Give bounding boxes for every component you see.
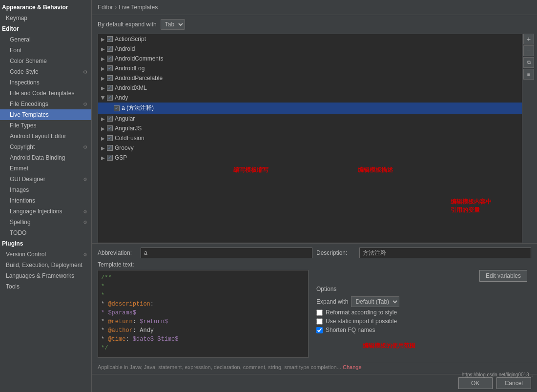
- add-template-button[interactable]: +: [523, 34, 534, 44]
- arrow-icon: ▶: [101, 155, 105, 161]
- group-android[interactable]: ▶ Android: [98, 44, 522, 54]
- reformat-checkbox[interactable]: [316, 309, 323, 316]
- sidebar-item-language-injections[interactable]: Language Injections ⚙: [0, 206, 91, 217]
- group-label-androidcomments: AndroidComments: [115, 55, 163, 62]
- group-androidlog[interactable]: ▶ AndroidLog: [98, 63, 522, 73]
- checkbox-andy[interactable]: [107, 95, 113, 101]
- sidebar-item-color-scheme[interactable]: Color Scheme: [0, 56, 91, 66]
- sidebar-item-copyright[interactable]: Copyright ⚙: [0, 142, 91, 152]
- settings-icon5: ⚙: [83, 209, 87, 214]
- group-coldfusion[interactable]: ▶ ColdFusion: [98, 133, 522, 143]
- arrow-icon: ▶: [101, 85, 105, 91]
- sidebar-item-intentions[interactable]: Intentions: [0, 195, 91, 206]
- sidebar-item-appearance[interactable]: Appearance & Behavior: [0, 2, 91, 13]
- group-label-androidparcelable: AndroidParcelable: [115, 75, 163, 82]
- expand-select[interactable]: Tab: [161, 19, 185, 30]
- settings-icon: ⚙: [83, 69, 87, 75]
- checkbox-androidxml[interactable]: [107, 85, 113, 91]
- template-text-row: /** * * * @description: * $params$ * @re…: [98, 270, 531, 358]
- topbar: By default expand with Tab: [92, 15, 537, 34]
- sidebar-item-android-data-binding[interactable]: Android Data Binding: [0, 152, 91, 163]
- content-inner: Editor › Live Templates By default expan…: [92, 0, 537, 374]
- checkbox-androidcomments[interactable]: [107, 56, 113, 62]
- sidebar-item-file-templates[interactable]: File and Code Templates: [0, 88, 91, 99]
- templates-list[interactable]: ▶ ActionScript ▶ Android ▶: [98, 34, 522, 243]
- cancel-button[interactable]: Cancel: [496, 377, 531, 389]
- sidebar-item-build[interactable]: Build, Execution, Deployment: [0, 260, 91, 270]
- sidebar-item-emmet[interactable]: Emmet: [0, 163, 91, 174]
- ok-button[interactable]: OK: [458, 377, 493, 389]
- checkbox-angular[interactable]: [107, 116, 113, 122]
- move-template-button[interactable]: ≡: [523, 69, 534, 80]
- expand-with-select[interactable]: Default (Tab): [351, 296, 399, 307]
- sidebar-item-spelling[interactable]: Spelling ⚙: [0, 217, 91, 227]
- applicable-text: Applicable in Java; Java: statement, exp…: [98, 364, 341, 370]
- checkbox-actionscript[interactable]: [107, 36, 113, 42]
- sidebar-item-plugins[interactable]: Plugins: [0, 238, 91, 249]
- arrow-icon: ▶: [101, 145, 105, 151]
- sidebar-item-gui-designer[interactable]: GUI Designer ⚙: [0, 174, 91, 185]
- sidebar-item-android-layout[interactable]: Android Layout Editor: [0, 131, 91, 142]
- sidebar-item-editor[interactable]: Editor: [0, 23, 91, 34]
- abbreviation-input[interactable]: [141, 248, 312, 258]
- description-input[interactable]: [359, 248, 531, 258]
- shorten-fq-checkbox[interactable]: [316, 327, 323, 333]
- static-import-check-row[interactable]: Use static import if possible: [316, 318, 527, 325]
- copy-template-button[interactable]: ⧉: [523, 57, 534, 68]
- group-andy[interactable]: ▶ Andy: [98, 93, 522, 103]
- edit-variables-button[interactable]: Edit variables: [479, 270, 527, 282]
- sidebar-item-images[interactable]: Images: [0, 185, 91, 195]
- group-gsp[interactable]: ▶ GSP: [98, 153, 522, 163]
- arrow-icon: ▶: [101, 56, 105, 62]
- breadcrumb-parent: Editor: [98, 4, 113, 11]
- group-label-android: Android: [115, 45, 135, 52]
- template-code: /** * * * @description: * $params$ * @re…: [101, 273, 305, 352]
- expand-with-label: Expand with: [316, 298, 348, 305]
- checkbox-angularjs[interactable]: [107, 125, 113, 131]
- remove-template-button[interactable]: −: [523, 45, 534, 56]
- group-angularjs[interactable]: ▶ AngularJS: [98, 124, 522, 133]
- content-area: Editor › Live Templates By default expan…: [92, 0, 537, 392]
- sidebar-item-inspections[interactable]: Inspections: [0, 77, 91, 88]
- sidebar-item-tools[interactable]: Tools: [0, 281, 91, 292]
- checkbox-a[interactable]: [114, 105, 120, 111]
- shorten-fq-check-row[interactable]: Shorten FQ names: [316, 327, 527, 333]
- sidebar-item-code-style[interactable]: Code Style ⚙: [0, 66, 91, 77]
- group-androidcomments[interactable]: ▶ AndroidComments: [98, 54, 522, 63]
- static-import-checkbox[interactable]: [316, 318, 323, 325]
- checkbox-coldfusion[interactable]: [107, 135, 113, 141]
- expand-with-row: Expand with Default (Tab): [316, 296, 527, 307]
- arrow-icon: ▶: [101, 126, 105, 131]
- settings-icon4: ⚙: [83, 177, 87, 182]
- checkbox-gsp[interactable]: [107, 155, 113, 161]
- sidebar-item-version-control[interactable]: Version Control ⚙: [0, 249, 91, 260]
- group-androidparcelable[interactable]: ▶ AndroidParcelable: [98, 73, 522, 83]
- template-textarea[interactable]: /** * * * @description: * $params$ * @re…: [98, 270, 309, 358]
- sidebar-item-todo[interactable]: TODO: [0, 227, 91, 238]
- group-angular[interactable]: ▶ Angular: [98, 114, 522, 124]
- template-item-a[interactable]: a (方法注释): [98, 103, 522, 114]
- group-actionscript[interactable]: ▶ ActionScript: [98, 34, 522, 44]
- reformat-label: Reformat according to style: [326, 309, 397, 316]
- checkbox-androidlog[interactable]: [107, 65, 113, 71]
- group-groovy[interactable]: ▶ Groovy: [98, 143, 522, 153]
- checkbox-android[interactable]: [107, 46, 113, 52]
- sidebar-item-file-encodings[interactable]: File Encodings ⚙: [0, 99, 91, 109]
- group-label-angularjs: AngularJS: [115, 125, 142, 132]
- group-label-gsp: GSP: [115, 154, 127, 161]
- abbreviation-row: Abbreviation: Description:: [98, 248, 531, 258]
- checkbox-groovy[interactable]: [107, 145, 113, 151]
- shorten-fq-label: Shorten FQ names: [326, 327, 375, 333]
- arrow-icon: ▶: [101, 136, 105, 141]
- reformat-check-row[interactable]: Reformat according to style: [316, 309, 527, 316]
- sidebar-item-file-types[interactable]: File Types: [0, 120, 91, 131]
- group-androidxml[interactable]: ▶ AndroidXML: [98, 83, 522, 93]
- sidebar-item-languages[interactable]: Languages & Frameworks: [0, 270, 91, 281]
- sidebar-item-font[interactable]: Font: [0, 45, 91, 56]
- sidebar-item-live-templates[interactable]: Live Templates: [0, 109, 91, 120]
- sidebar-item-general[interactable]: General: [0, 34, 91, 45]
- change-applicable-link[interactable]: Change: [343, 364, 362, 370]
- group-label-androidxml: AndroidXML: [115, 84, 147, 91]
- checkbox-androidparcelable[interactable]: [107, 75, 113, 81]
- sidebar-item-keymap[interactable]: Keymap: [0, 13, 91, 23]
